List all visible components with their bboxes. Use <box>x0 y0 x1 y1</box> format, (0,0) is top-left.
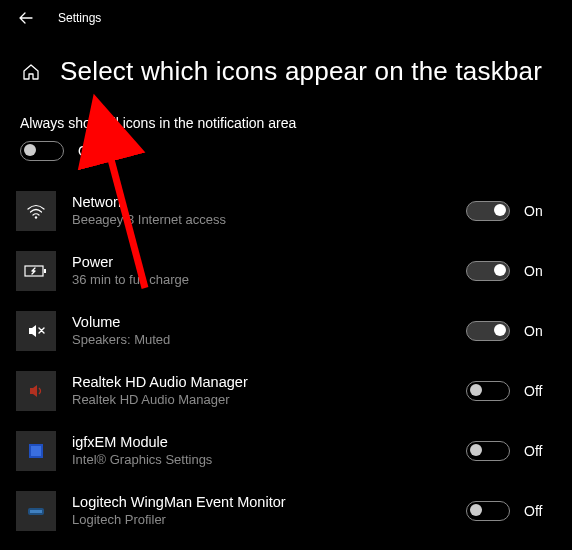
item-text: VolumeSpeakers: Muted <box>72 313 466 349</box>
logitech-icon <box>16 491 56 531</box>
section-label: Always show all icons in the notificatio… <box>0 115 572 141</box>
toggle-label: On <box>524 323 543 339</box>
item-toggle-wrap: Off <box>466 501 556 521</box>
item-title: igfxEM Module <box>72 433 466 452</box>
battery-icon <box>16 251 56 291</box>
item-toggle-wrap: On <box>466 261 556 281</box>
toggle-network[interactable] <box>466 201 510 221</box>
list-item-network: NetworkBeeagey 3 Internet accessOn <box>16 181 556 241</box>
toggle-power[interactable] <box>466 261 510 281</box>
item-title: Network <box>72 193 466 212</box>
item-subtitle: Realtek HD Audio Manager <box>72 392 466 409</box>
toggle-igfx[interactable] <box>466 441 510 461</box>
volume-muted-icon <box>16 311 56 351</box>
title-bar: Settings <box>0 0 572 36</box>
item-subtitle: Speakers: Muted <box>72 332 466 349</box>
toggle-label: Off <box>524 503 542 519</box>
item-text: igfxEM ModuleIntel® Graphics Settings <box>72 433 466 469</box>
home-icon[interactable] <box>20 61 42 83</box>
svg-rect-6 <box>30 510 42 513</box>
toggle-logitech[interactable] <box>466 501 510 521</box>
item-toggle-wrap: On <box>466 321 556 341</box>
toggle-realtek[interactable] <box>466 381 510 401</box>
item-title: Logitech WingMan Event Monitor <box>72 493 466 512</box>
list-item-logitech: Logitech WingMan Event MonitorLogitech P… <box>16 481 556 541</box>
svg-rect-4 <box>31 446 41 456</box>
page-title: Select which icons appear on the taskbar <box>60 56 542 87</box>
intel-icon <box>16 431 56 471</box>
item-subtitle: Intel® Graphics Settings <box>72 452 466 469</box>
list-item-realtek: Realtek HD Audio ManagerRealtek HD Audio… <box>16 361 556 421</box>
master-toggle[interactable] <box>20 141 64 161</box>
back-arrow-icon <box>19 11 33 25</box>
toggle-volume[interactable] <box>466 321 510 341</box>
toggle-label: Off <box>524 443 542 459</box>
master-toggle-label: Off <box>78 143 96 159</box>
list-item-igfx: igfxEM ModuleIntel® Graphics SettingsOff <box>16 421 556 481</box>
item-text: Power36 min to full charge <box>72 253 466 289</box>
svg-rect-2 <box>44 269 46 273</box>
page-header: Select which icons appear on the taskbar <box>0 36 572 115</box>
item-text: Realtek HD Audio ManagerRealtek HD Audio… <box>72 373 466 409</box>
wifi-icon <box>16 191 56 231</box>
item-subtitle: Beeagey 3 Internet access <box>72 212 466 229</box>
speaker-icon <box>16 371 56 411</box>
item-title: Volume <box>72 313 466 332</box>
item-subtitle: 36 min to full charge <box>72 272 466 289</box>
list-item-power: Power36 min to full chargeOn <box>16 241 556 301</box>
item-toggle-wrap: Off <box>466 381 556 401</box>
item-subtitle: Logitech Profiler <box>72 512 466 529</box>
svg-point-0 <box>35 216 37 218</box>
app-title: Settings <box>58 11 101 25</box>
icon-list: NetworkBeeagey 3 Internet accessOnPower3… <box>0 181 572 541</box>
item-text: NetworkBeeagey 3 Internet access <box>72 193 466 229</box>
master-toggle-row: Off <box>0 141 572 181</box>
toggle-label: On <box>524 203 543 219</box>
item-title: Realtek HD Audio Manager <box>72 373 466 392</box>
item-toggle-wrap: Off <box>466 441 556 461</box>
list-item-volume: VolumeSpeakers: MutedOn <box>16 301 556 361</box>
item-title: Power <box>72 253 466 272</box>
back-button[interactable] <box>12 4 40 32</box>
item-text: Logitech WingMan Event MonitorLogitech P… <box>72 493 466 529</box>
item-toggle-wrap: On <box>466 201 556 221</box>
toggle-label: On <box>524 263 543 279</box>
toggle-label: Off <box>524 383 542 399</box>
